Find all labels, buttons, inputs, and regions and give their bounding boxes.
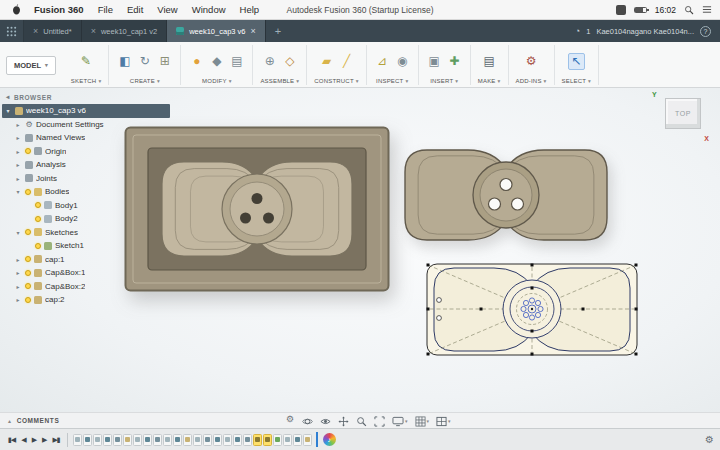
visibility-bulb-icon[interactable]	[25, 148, 31, 154]
timeline-fillet-icon[interactable]	[153, 434, 162, 446]
construct-axis-icon[interactable]: ╱	[338, 53, 355, 70]
extrude-icon[interactable]: ◧	[116, 53, 133, 70]
timeline-extrude-icon[interactable]	[143, 434, 152, 446]
timeline-sketch-icon[interactable]	[283, 434, 292, 446]
toolbar-group-label-make[interactable]: MAKE▾	[478, 76, 501, 85]
shell-icon[interactable]: ▤	[228, 53, 245, 70]
disclosure-right-icon[interactable]: ▸	[14, 175, 22, 182]
timeline-sketch-icon[interactable]	[133, 434, 142, 446]
disclosure-right-icon[interactable]: ▸	[14, 256, 22, 263]
timeline-extrude-icon[interactable]	[233, 434, 242, 446]
browser-item-analysis[interactable]: ▸Analysis	[2, 158, 170, 172]
collapse-panel-icon[interactable]: ◂	[6, 93, 10, 101]
timeline-fillet-icon[interactable]	[243, 434, 252, 446]
timeline-extrude-icon[interactable]	[293, 434, 302, 446]
fit-icon[interactable]	[374, 416, 385, 427]
view-cube-top-face[interactable]: TOP	[665, 98, 701, 129]
browser-item-cap-box-1[interactable]: ▸Cap&Box:1	[2, 266, 170, 280]
expand-comments-icon[interactable]: ▴	[8, 417, 12, 424]
look-at-icon[interactable]	[320, 416, 331, 427]
timeline-extrude-icon[interactable]	[263, 434, 272, 446]
disclosure-right-icon[interactable]: ▸	[14, 161, 22, 168]
toolbar-group-label-assemble[interactable]: ASSEMBLE▾	[260, 76, 299, 85]
timeline-sketch-icon[interactable]	[73, 434, 82, 446]
menu-edit[interactable]: Edit	[120, 4, 150, 15]
disclosure-right-icon[interactable]: ▸	[14, 269, 22, 276]
visibility-bulb-icon[interactable]	[25, 189, 31, 195]
workspace-selector[interactable]: MODEL ▾	[6, 56, 56, 75]
timeline-extrude-icon[interactable]	[173, 434, 182, 446]
comments-gear-icon[interactable]: ⚙	[286, 415, 294, 424]
menu-window[interactable]: Window	[185, 4, 233, 15]
scripts-addins-icon[interactable]: ⚙	[523, 53, 540, 70]
user-account-button[interactable]: Kae0104nagano Kae0104n...	[596, 27, 694, 36]
canvas-3d-cap-model[interactable]	[398, 142, 615, 248]
job-status-icon[interactable]: ◔	[575, 26, 580, 36]
browser-item-document-settings[interactable]: ▸⚙Document Settings	[2, 118, 170, 132]
visibility-bulb-icon[interactable]	[35, 243, 41, 249]
menu-help[interactable]: Help	[233, 4, 267, 15]
timeline-extrude-icon[interactable]	[213, 434, 222, 446]
create-sketch-icon[interactable]: ✎	[78, 53, 95, 70]
menu-file[interactable]: File	[91, 4, 120, 15]
display-settings-icon[interactable]: ▾	[392, 416, 408, 427]
timeline-form-icon[interactable]	[273, 434, 282, 446]
timeline-component-icon[interactable]	[123, 434, 132, 446]
visibility-bulb-icon[interactable]	[25, 283, 31, 289]
insert-mesh-icon[interactable]: ▣	[426, 53, 443, 70]
battery-icon[interactable]	[634, 7, 647, 13]
view-cube[interactable]: Y TOP X	[650, 90, 710, 144]
zoom-icon[interactable]	[356, 416, 367, 427]
disclosure-down-icon[interactable]: ▾	[14, 229, 22, 236]
disclosure-right-icon[interactable]: ▸	[14, 134, 22, 141]
toolbar-group-label-select[interactable]: SELECT▾	[562, 76, 592, 85]
tab-close-icon[interactable]: ×	[33, 27, 38, 36]
notification-center-icon[interactable]	[702, 5, 712, 14]
toolbar-group-label-modify[interactable]: MODIFY▾	[202, 76, 232, 85]
new-component-icon[interactable]: ⊕	[261, 53, 278, 70]
browser-item-named-views[interactable]: ▸Named Views	[2, 131, 170, 145]
browser-item-bodies[interactable]: ▾Bodies	[2, 185, 170, 199]
visibility-bulb-icon[interactable]	[35, 216, 41, 222]
orbit-icon[interactable]	[302, 416, 313, 427]
viewports-icon[interactable]: ▾	[436, 416, 451, 427]
press-pull-icon[interactable]: ●	[188, 53, 205, 70]
step-forward-button[interactable]: ▶	[40, 436, 48, 444]
browser-item-week10-cap3-v6[interactable]: ▾week10_cap3 v6	[2, 104, 170, 118]
timeline-sketch-icon[interactable]	[253, 434, 262, 446]
browser-item-cap-1[interactable]: ▸cap:1	[2, 253, 170, 267]
help-icon[interactable]: ?	[700, 26, 711, 37]
select-icon[interactable]: ↖	[568, 53, 585, 70]
canvas-viewport[interactable]: ◂ BROWSER ▾week10_cap3 v6▸⚙Document Sett…	[0, 88, 720, 428]
fillet-icon[interactable]: ◆	[208, 53, 225, 70]
timeline-position-marker[interactable]	[316, 432, 318, 447]
timeline-component-icon[interactable]	[303, 434, 312, 446]
browser-item-sketch1[interactable]: Sketch1	[2, 239, 170, 253]
section-analysis-icon[interactable]: ◉	[394, 53, 411, 70]
apple-menu-icon[interactable]	[8, 4, 25, 15]
disclosure-right-icon[interactable]: ▸	[14, 121, 22, 128]
visibility-bulb-icon[interactable]	[35, 202, 41, 208]
input-source-icon[interactable]	[616, 5, 626, 15]
timeline-sketch-icon[interactable]	[93, 434, 102, 446]
timeline-gear-icon[interactable]: ⚙	[705, 435, 714, 445]
visibility-bulb-icon[interactable]	[25, 229, 31, 235]
toolbar-group-label-sketch[interactable]: SKETCH▾	[71, 76, 102, 85]
browser-item-origin[interactable]: ▸Origin	[2, 145, 170, 159]
go-to-start-button[interactable]: ▮◀	[6, 436, 17, 444]
browser-item-sketches[interactable]: ▾Sketches	[2, 226, 170, 240]
timeline-sketch-icon[interactable]	[193, 434, 202, 446]
data-panel-toggle-icon[interactable]	[0, 20, 24, 42]
step-back-button[interactable]: ◀	[19, 436, 27, 444]
timeline-fillet-icon[interactable]	[113, 434, 122, 446]
disclosure-down-icon[interactable]: ▾	[14, 188, 22, 195]
spotlight-icon[interactable]	[684, 5, 694, 15]
timeline-component-icon[interactable]	[183, 434, 192, 446]
new-document-tab-button[interactable]: +	[266, 20, 290, 42]
visibility-bulb-icon[interactable]	[25, 270, 31, 276]
toolbar-group-label-construct[interactable]: CONSTRUCT▾	[314, 76, 358, 85]
joint-icon[interactable]: ◇	[281, 53, 298, 70]
disclosure-right-icon[interactable]: ▸	[14, 283, 22, 290]
disclosure-down-icon[interactable]: ▾	[4, 107, 12, 114]
menu-app-name[interactable]: Fusion 360	[27, 4, 91, 15]
